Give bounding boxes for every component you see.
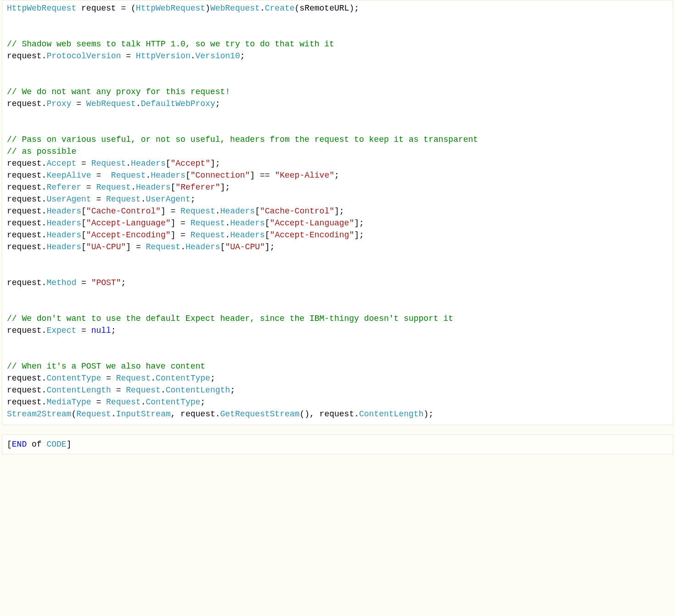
code-token: = bbox=[76, 159, 91, 168]
code-token: END bbox=[12, 440, 27, 449]
code-token: InputStream bbox=[116, 409, 171, 419]
code-token: Version10 bbox=[196, 51, 240, 61]
code-token: DefaultWebProxy bbox=[141, 99, 215, 108]
code-comment: // We don't want to use the default Expe… bbox=[7, 314, 453, 323]
code-token: ContentType bbox=[146, 398, 200, 407]
code-token: Method bbox=[46, 278, 76, 287]
code-token: HttpWebRequest bbox=[7, 4, 76, 13]
code-token: "UA-CPU" bbox=[225, 242, 264, 252]
code-token: MediaType bbox=[46, 398, 91, 407]
code-token: Headers bbox=[131, 159, 166, 168]
code-token: request. bbox=[7, 398, 46, 407]
code-token: ] == bbox=[250, 171, 275, 180]
code-token: HttpWebRequest bbox=[136, 4, 205, 13]
code-token: Request bbox=[91, 159, 126, 168]
code-token: request. bbox=[7, 51, 46, 61]
code-token: Headers bbox=[46, 242, 81, 252]
code-token: "Cache-Control" bbox=[86, 207, 161, 216]
page-container: HttpWebRequest request = (HttpWebRequest… bbox=[0, 0, 675, 454]
code-token: . bbox=[151, 374, 156, 383]
code-token: ContentType bbox=[46, 374, 101, 383]
code-token: "Referer" bbox=[175, 183, 220, 192]
code-token: KeepAlive bbox=[46, 171, 91, 180]
code-token: Request bbox=[111, 171, 146, 180]
code-token: "Accept-Encoding" bbox=[86, 230, 171, 240]
code-token: WebRequest bbox=[86, 99, 136, 108]
code-token: "POST" bbox=[91, 278, 121, 287]
code-token: ; bbox=[200, 398, 205, 407]
code-token: = bbox=[76, 278, 91, 287]
code-token: UserAgent bbox=[46, 195, 91, 204]
code-token: request = ( bbox=[76, 4, 136, 13]
code-token: ; bbox=[240, 51, 245, 61]
code-token: ContentLength bbox=[166, 386, 230, 395]
code-token: = bbox=[91, 195, 106, 204]
code-token: . bbox=[126, 159, 131, 168]
code-token: . bbox=[161, 386, 166, 395]
code-token: request. bbox=[7, 230, 46, 240]
code-token: [ bbox=[265, 218, 270, 228]
code-token: ] = bbox=[126, 242, 146, 252]
code-token: GetRequestStream bbox=[220, 409, 300, 419]
code-token: request. bbox=[7, 159, 46, 168]
code-token: = bbox=[91, 398, 106, 407]
code-token: [ bbox=[265, 230, 270, 240]
code-token: request. bbox=[7, 218, 46, 228]
code-comment: // Shadow web seems to talk HTTP 1.0, so… bbox=[7, 39, 334, 49]
code-token: ; bbox=[210, 374, 215, 383]
code-token: Headers bbox=[186, 242, 220, 252]
code-token: Create bbox=[265, 4, 295, 13]
code-token: . bbox=[141, 195, 146, 204]
code-token: Expect bbox=[46, 326, 76, 335]
code-token: Request bbox=[96, 183, 131, 192]
code-token: [ bbox=[81, 242, 86, 252]
code-token: [ bbox=[186, 171, 191, 180]
code-token: Request bbox=[191, 218, 225, 228]
code-token: "Accept" bbox=[171, 159, 210, 168]
code-comment: // We do not want any proxy for this req… bbox=[7, 87, 230, 96]
code-token: request. bbox=[7, 386, 46, 395]
code-token: Request bbox=[180, 207, 215, 216]
code-token: request. bbox=[7, 171, 46, 180]
code-token: = bbox=[111, 386, 126, 395]
code-token: ]; bbox=[265, 242, 275, 252]
code-token: [ bbox=[255, 207, 260, 216]
code-token: ContentLength bbox=[46, 386, 111, 395]
code-token: ; bbox=[191, 195, 196, 204]
code-token: Request bbox=[191, 230, 225, 240]
code-token: ] = bbox=[171, 218, 191, 228]
code-token: Headers bbox=[230, 230, 265, 240]
code-token: Request bbox=[76, 409, 111, 419]
code-token: Request bbox=[126, 386, 161, 395]
code-token: (sRemoteURL); bbox=[295, 4, 359, 13]
code-token: (), request. bbox=[299, 409, 359, 419]
code-comment: // Pass on various useful, or not so use… bbox=[7, 135, 478, 144]
code-token: [ bbox=[7, 440, 12, 449]
code-token: = bbox=[76, 326, 91, 335]
code-token: "Accept-Language" bbox=[86, 218, 171, 228]
code-token: = bbox=[121, 51, 135, 61]
code-token: "Accept-Encoding" bbox=[270, 230, 354, 240]
code-token: request. bbox=[7, 99, 46, 108]
code-token: ContentType bbox=[156, 374, 210, 383]
code-block-main[interactable]: HttpWebRequest request = (HttpWebRequest… bbox=[2, 0, 673, 425]
code-token: Headers bbox=[46, 207, 81, 216]
code-token: [ bbox=[81, 207, 86, 216]
code-token: null bbox=[91, 326, 111, 335]
code-token: = bbox=[101, 374, 116, 383]
code-token: request. bbox=[7, 278, 46, 287]
code-token: request. bbox=[7, 207, 46, 216]
code-token: CODE bbox=[46, 440, 66, 449]
code-token: request. bbox=[7, 195, 46, 204]
code-token: "Keep-Alive" bbox=[275, 171, 334, 180]
code-token: [ bbox=[220, 242, 225, 252]
code-token: "Cache-Control" bbox=[260, 207, 334, 216]
code-block-end[interactable]: [END of CODE] bbox=[2, 434, 673, 454]
code-token: Request bbox=[146, 242, 181, 252]
code-token: Accept bbox=[46, 159, 76, 168]
code-token: Request bbox=[116, 374, 151, 383]
code-token: ( bbox=[71, 409, 76, 419]
code-token: request. bbox=[7, 326, 46, 335]
code-token: ; bbox=[121, 278, 126, 287]
code-token: . bbox=[191, 51, 196, 61]
